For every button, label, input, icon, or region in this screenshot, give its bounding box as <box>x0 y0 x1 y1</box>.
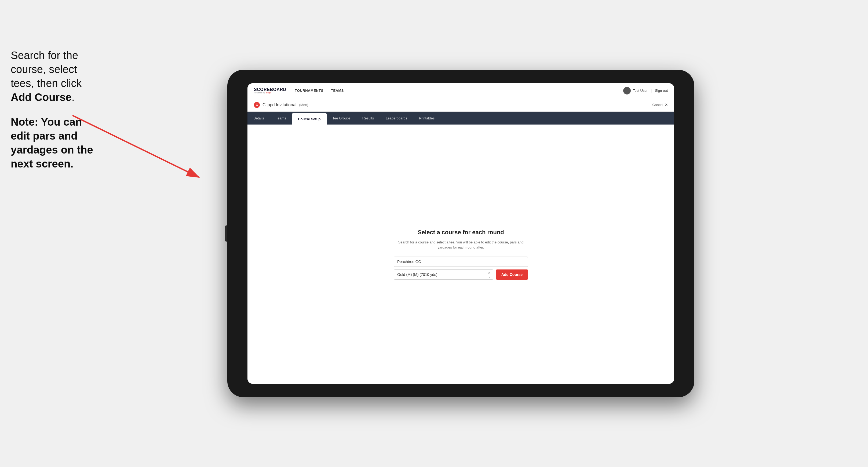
instruction-main-text: Search for the course, select tees, then… <box>11 50 82 89</box>
card-title: Select a course for each round <box>394 229 528 236</box>
tab-results[interactable]: Results <box>356 112 380 125</box>
tournament-badge: (Men) <box>299 103 308 107</box>
brand-title: SCOREBOARD <box>254 88 286 92</box>
tab-details[interactable]: Details <box>247 112 270 125</box>
nav-teams[interactable]: TEAMS <box>331 89 344 93</box>
signout-link[interactable]: Sign out <box>655 89 668 93</box>
tee-select-wrapper: Gold (M) (M) (7010 yds) ✕ ⌄ <box>394 270 493 280</box>
tournament-header: C Clippd Invitational (Men) Cancel ✕ <box>247 98 674 112</box>
tournament-title: Clippd Invitational <box>262 102 296 107</box>
cancel-label: Cancel <box>652 103 663 107</box>
pipe-separator: | <box>651 89 652 93</box>
instructions-panel: Search for the course, select tees, then… <box>11 48 94 171</box>
nav-tournaments[interactable]: TOURNAMENTS <box>295 89 323 93</box>
brand-sub: Powered by clippd <box>254 92 286 94</box>
nav-left: SCOREBOARD Powered by clippd TOURNAMENTS… <box>254 88 344 94</box>
tab-teams[interactable]: Teams <box>270 112 292 125</box>
add-course-button[interactable]: Add Course <box>496 270 528 280</box>
cancel-button[interactable]: Cancel ✕ <box>652 103 668 107</box>
user-label: Test User <box>633 89 648 93</box>
tee-select[interactable]: Gold (M) (M) (7010 yds) <box>394 270 493 280</box>
arrow-pointer <box>70 113 231 193</box>
course-selection-card: Select a course for each round Search fo… <box>394 229 528 280</box>
card-description: Search for a course and select a tee. Yo… <box>394 240 528 250</box>
tab-leaderboards[interactable]: Leaderboards <box>380 112 413 125</box>
tournament-icon: C <box>254 102 260 108</box>
user-avatar: T <box>623 87 631 94</box>
nav-links: TOURNAMENTS TEAMS <box>295 89 344 93</box>
main-content: Select a course for each round Search fo… <box>247 125 674 384</box>
tablet-side-button <box>225 225 227 242</box>
select-clear-icon[interactable]: ✕ <box>488 271 491 275</box>
cancel-x: ✕ <box>665 103 668 107</box>
nav-right: T Test User | Sign out <box>623 87 668 94</box>
tab-printables[interactable]: Printables <box>413 112 440 125</box>
instruction-bold: Add Course <box>11 91 72 103</box>
tablet-screen: SCOREBOARD Powered by clippd TOURNAMENTS… <box>247 83 674 384</box>
course-search-input[interactable] <box>394 257 528 267</box>
instruction-note: Note: You can edit pars and yardages on … <box>11 115 94 171</box>
brand-logo: SCOREBOARD Powered by clippd <box>254 88 286 94</box>
tab-course-setup[interactable]: Course Setup <box>292 113 327 125</box>
tablet-device: SCOREBOARD Powered by clippd TOURNAMENTS… <box>227 70 694 397</box>
tab-tee-groups[interactable]: Tee Groups <box>327 112 356 125</box>
top-navbar: SCOREBOARD Powered by clippd TOURNAMENTS… <box>247 83 674 98</box>
tab-bar: Details Teams Course Setup Tee Groups Re… <box>247 112 674 125</box>
tournament-name-row: C Clippd Invitational (Men) <box>254 102 308 108</box>
tee-select-row: Gold (M) (M) (7010 yds) ✕ ⌄ Add Course <box>394 270 528 280</box>
brand-highlight: clippd <box>266 92 271 94</box>
